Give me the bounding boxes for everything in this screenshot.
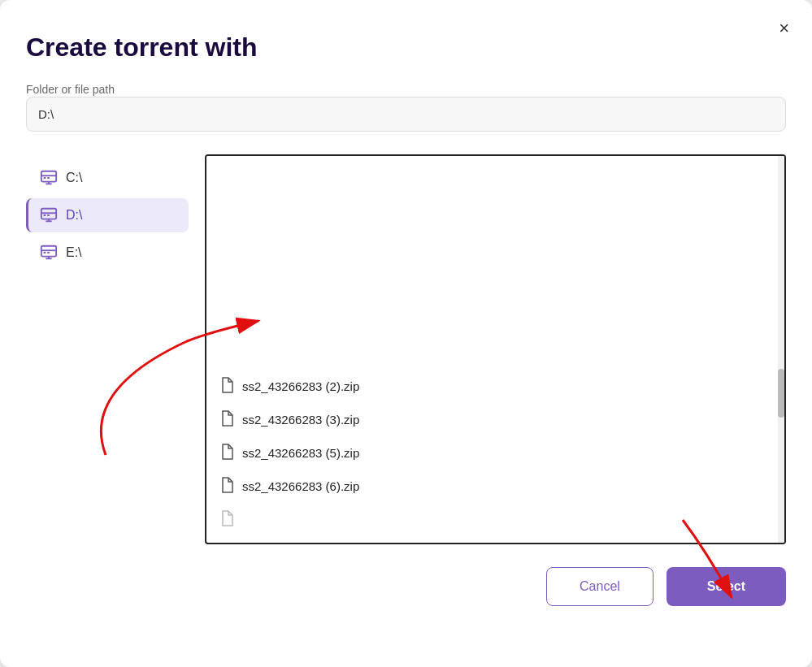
file-icon xyxy=(219,444,234,462)
list-item[interactable]: ss2_43266283 (6).zip xyxy=(206,470,784,503)
drive-e[interactable]: E:\ xyxy=(26,236,189,270)
scrollbar-track[interactable] xyxy=(778,156,784,543)
cancel-button[interactable]: Cancel xyxy=(546,567,654,606)
svg-rect-6 xyxy=(41,209,56,219)
drive-c-label: C:\ xyxy=(66,171,82,185)
close-button[interactable]: × xyxy=(775,16,792,41)
drive-c-icon xyxy=(40,169,58,187)
file-name: ss2_43266283 (5).zip xyxy=(242,446,359,460)
create-torrent-dialog: × Create torrent with Folder or file pat… xyxy=(0,0,812,667)
dialog-title: Create torrent with xyxy=(26,32,786,63)
svg-rect-2 xyxy=(44,177,46,179)
drives-panel: C:\ D:\ xyxy=(26,154,189,544)
list-item[interactable]: ss2_43266283 (5).zip xyxy=(206,436,784,470)
drive-e-label: E:\ xyxy=(66,245,82,260)
svg-rect-9 xyxy=(47,214,50,216)
file-icon xyxy=(219,377,234,396)
list-item[interactable] xyxy=(206,503,784,536)
drive-d-label: D:\ xyxy=(66,208,82,223)
list-item[interactable]: ss2_43266283 (2).zip xyxy=(206,370,784,403)
path-field-label: Folder or file path xyxy=(26,83,115,96)
file-name: ss2_43266283 (3).zip xyxy=(242,413,359,427)
svg-rect-8 xyxy=(44,214,46,216)
list-item[interactable]: ss2_43266283 (3).zip xyxy=(206,403,784,436)
svg-rect-3 xyxy=(47,177,50,179)
file-name: ss2_43266283 (6).zip xyxy=(242,479,359,493)
svg-rect-14 xyxy=(44,252,46,253)
drive-c[interactable]: C:\ xyxy=(26,161,189,195)
scrollbar-thumb[interactable] xyxy=(778,369,784,418)
file-icon xyxy=(219,477,234,496)
drive-e-icon xyxy=(40,244,58,262)
path-input[interactable] xyxy=(26,97,786,132)
svg-rect-12 xyxy=(41,246,56,257)
browser-area: C:\ D:\ xyxy=(26,154,786,544)
folder-contents-area xyxy=(206,156,784,363)
dialog-footer: Cancel Select xyxy=(26,567,786,606)
drive-d[interactable]: D:\ xyxy=(26,198,189,232)
file-icon xyxy=(219,410,234,429)
files-panel: ss2_43266283 (2).zip ss2_43266283 (3).zi… xyxy=(205,154,786,544)
file-name: ss2_43266283 (2).zip xyxy=(242,379,359,393)
select-button[interactable]: Select xyxy=(667,567,786,606)
files-list: ss2_43266283 (2).zip ss2_43266283 (3).zi… xyxy=(206,363,784,543)
drive-d-icon xyxy=(40,206,58,224)
svg-rect-15 xyxy=(47,252,50,253)
file-icon xyxy=(219,510,234,529)
